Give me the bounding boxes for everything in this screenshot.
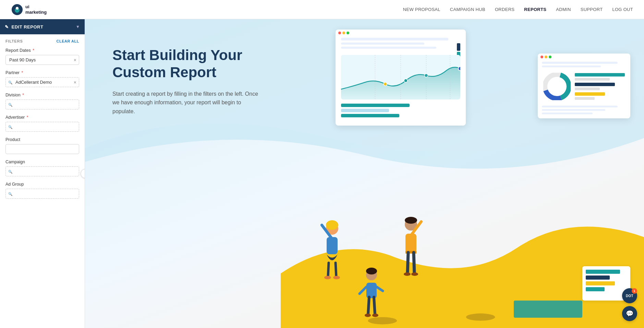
filter-group-partner: Partner *🔍× — [5, 70, 79, 87]
svg-point-30 — [372, 314, 378, 317]
search-input-campaign[interactable] — [5, 166, 79, 176]
svg-line-28 — [374, 297, 375, 314]
filters-container: Report Dates *Past 7 DaysPast 30 DaysPas… — [5, 48, 79, 199]
required-indicator-report-dates: * — [32, 48, 34, 53]
search-wrapper-advertiser: 🔍 — [5, 122, 79, 132]
main-subtext: Start creating a report by filling in th… — [112, 90, 263, 116]
required-indicator-partner: * — [20, 70, 23, 75]
sidebar: ✎ EDIT REPORT ▼ FILTERS CLEAR ALL Report… — [0, 19, 85, 328]
search-icon-advertiser: 🔍 — [8, 125, 12, 129]
svg-rect-24 — [366, 283, 377, 298]
svg-point-11 — [324, 276, 331, 279]
svg-line-26 — [377, 287, 383, 291]
filter-group-ad-group: Ad Group🔍 — [5, 182, 79, 199]
svg-line-18 — [408, 253, 408, 273]
main-content: Start Building Your Custom Report Start … — [85, 19, 644, 328]
nav-link-support[interactable]: SUPPORT — [581, 7, 603, 12]
svg-point-4 — [466, 314, 495, 321]
filter-label-ad-group: Ad Group — [5, 182, 79, 187]
nav-link-log-out[interactable]: LOG OUT — [612, 7, 633, 12]
search-icon-campaign: 🔍 — [8, 169, 12, 173]
svg-line-10 — [336, 263, 336, 277]
sidebar-header-label: EDIT REPORT — [12, 24, 44, 30]
search-icon-partner: 🔍 — [8, 80, 12, 84]
figure-man — [394, 215, 428, 283]
dot-yellow-small — [545, 56, 547, 58]
nav-link-orders[interactable]: ORDERS — [495, 7, 514, 12]
main-heading: Start Building Your Custom Report — [112, 47, 263, 81]
svg-line-25 — [360, 287, 366, 294]
svg-point-32 — [404, 79, 408, 82]
chevron-down-icon: ▼ — [76, 24, 80, 29]
select-report-dates[interactable]: Past 7 DaysPast 30 DaysPast 90 DaysCusto… — [5, 55, 79, 65]
svg-line-27 — [368, 297, 369, 314]
content-text: Start Building Your Custom Report Start … — [85, 19, 263, 116]
chat-button[interactable]: 💬 — [622, 306, 637, 321]
search-clear-partner[interactable]: × — [74, 80, 76, 85]
svg-line-19 — [414, 253, 414, 273]
svg-point-31 — [384, 82, 387, 86]
search-icon-ad-group: 🔍 — [8, 192, 12, 196]
logo-line2: marketing — [25, 10, 47, 15]
filter-label-advertiser: Advertiser * — [5, 115, 79, 120]
dot-red-small — [540, 56, 543, 58]
filter-group-product: Product — [5, 137, 79, 154]
search-input-division[interactable] — [5, 99, 79, 109]
search-input-advertiser[interactable] — [5, 122, 79, 132]
search-input-partner[interactable] — [5, 77, 79, 87]
notification-badge: 1 — [632, 288, 637, 294]
filter-label-partner: Partner * — [5, 70, 79, 75]
nav-link-reports[interactable]: REPORTS — [524, 7, 546, 12]
svg-point-29 — [365, 314, 371, 317]
heading-line1: Start Building Your — [112, 47, 242, 63]
svg-point-20 — [404, 272, 411, 276]
text-input-product[interactable] — [5, 144, 79, 154]
card-header-dots — [336, 30, 466, 36]
figure-person — [356, 266, 387, 321]
filter-label-division: Division * — [5, 93, 79, 97]
filter-group-division: Division *🔍 — [5, 93, 79, 109]
filters-row: FILTERS CLEAR ALL — [5, 39, 79, 43]
clear-all-button[interactable]: CLEAR ALL — [57, 39, 79, 43]
nav-link-campaign-hub[interactable]: CAMPAIGN HUB — [450, 7, 485, 12]
svg-point-23 — [366, 268, 377, 274]
dot-green — [347, 32, 349, 34]
search-wrapper-campaign: 🔍 — [5, 166, 79, 176]
heading-line2: Custom Report — [112, 64, 216, 80]
nav-link-admin[interactable]: ADMIN — [556, 7, 571, 12]
required-indicator-advertiser: * — [25, 115, 28, 120]
svg-point-34 — [458, 67, 460, 71]
search-input-ad-group[interactable] — [5, 189, 79, 199]
sidebar-header[interactable]: ✎ EDIT REPORT ▼ — [0, 19, 85, 34]
illustration-area: DOT 1 💬 — [281, 19, 644, 328]
notification-count: 1 — [633, 289, 635, 293]
sidebar-filters: FILTERS CLEAR ALL Report Dates *Past 7 D… — [0, 34, 85, 210]
filter-label-report-dates: Report Dates * — [5, 48, 79, 53]
svg-point-2 — [16, 7, 19, 10]
sidebar-header-left: ✎ EDIT REPORT — [5, 24, 43, 30]
filter-label-campaign: Campaign — [5, 160, 79, 164]
dot-yellow — [342, 32, 345, 34]
select-clear-report-dates[interactable]: × — [74, 58, 76, 62]
svg-rect-16 — [405, 234, 416, 253]
logo: ui marketing — [11, 3, 47, 16]
teal-bar — [514, 301, 582, 318]
search-wrapper-division: 🔍 — [5, 99, 79, 109]
filters-label: FILTERS — [5, 39, 23, 43]
filter-label-product: Product — [5, 137, 79, 142]
main-layout: ✎ EDIT REPORT ▼ FILTERS CLEAR ALL Report… — [0, 19, 644, 328]
svg-point-6 — [326, 220, 338, 230]
search-wrapper-ad-group: 🔍 — [5, 189, 79, 199]
dot-badge[interactable]: DOT 1 — [622, 288, 637, 303]
navbar: ui marketing NEW PROPOSALCAMPAIGN HUBORD… — [0, 0, 644, 19]
logo-text: ui marketing — [25, 4, 47, 15]
search-wrapper-partner: 🔍× — [5, 77, 79, 87]
nav-links: NEW PROPOSALCAMPAIGN HUBORDERSREPORTSADM… — [403, 7, 633, 12]
logo-icon — [11, 3, 23, 16]
dot-red — [338, 32, 341, 34]
svg-point-12 — [333, 276, 340, 279]
edit-icon: ✎ — [5, 24, 9, 30]
nav-link-new-proposal[interactable]: NEW PROPOSAL — [403, 7, 440, 12]
svg-point-21 — [411, 272, 418, 276]
dashboard-card-main — [336, 30, 466, 126]
